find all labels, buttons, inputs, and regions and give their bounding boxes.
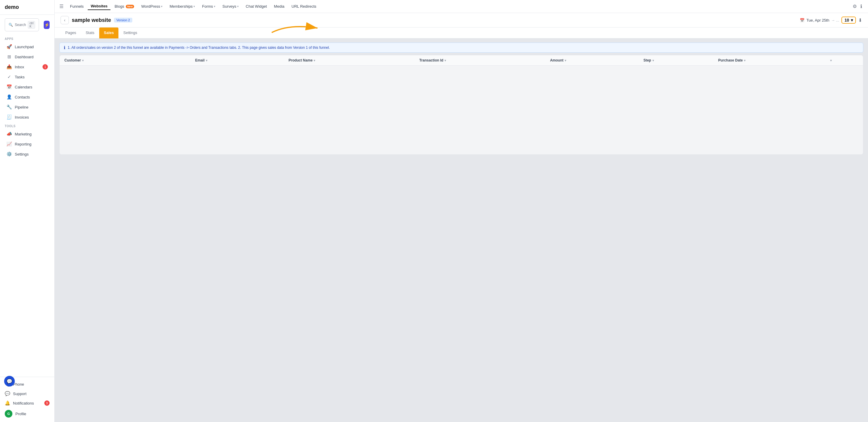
th-amount-label: Amount — [550, 58, 563, 62]
th-step-label: Step — [644, 58, 651, 62]
version-badge: Version 2 — [114, 18, 132, 23]
sidebar-item-label: Calendars — [15, 85, 32, 89]
marketing-icon: 📣 — [6, 131, 12, 137]
nav-item-funnels[interactable]: Funnels — [67, 3, 87, 10]
tab-pages[interactable]: Pages — [61, 28, 81, 38]
sidebar-item-label: Marketing — [15, 132, 32, 136]
nav-item-media[interactable]: Media — [271, 3, 287, 10]
download-button[interactable]: ⬇ — [858, 18, 862, 23]
page-content: ‹ sample website Version 2 📅 Tue, Apr 25… — [55, 13, 868, 422]
reporting-icon: 📈 — [6, 141, 12, 147]
date-display: 📅 Tue, Apr 25th → ... — [800, 18, 839, 23]
th-customer[interactable]: Customer ▾ — [64, 58, 195, 62]
main-content: ☰ Funnels Websites Blogs New WordPress ▾… — [55, 0, 868, 422]
th-email[interactable]: Email ▾ — [195, 58, 288, 62]
lightning-button[interactable]: ⚡ — [44, 21, 50, 29]
pipeline-icon: 🔧 — [6, 104, 12, 110]
website-header: ‹ sample website Version 2 📅 Tue, Apr 25… — [55, 13, 868, 28]
sidebar-item-label: Phone — [13, 382, 24, 387]
th-purchase-date-sort-icon: ▾ — [744, 59, 745, 62]
sidebar-item-settings[interactable]: ⚙️ Settings — [2, 149, 53, 159]
th-customer-sort-icon: ▾ — [82, 59, 84, 62]
nav-item-forms[interactable]: Forms ▾ — [199, 3, 218, 10]
sidebar-item-label: Settings — [15, 152, 29, 157]
nav-item-websites[interactable]: Websites — [88, 3, 111, 10]
th-amount[interactable]: Amount ▾ — [550, 58, 643, 62]
info-circle-icon: ℹ — [64, 45, 65, 50]
hamburger-button[interactable]: ☰ — [59, 4, 63, 9]
info-icon[interactable]: ℹ — [859, 2, 863, 10]
top-navigation: ☰ Funnels Websites Blogs New WordPress ▾… — [55, 0, 868, 13]
sidebar-item-notifications[interactable]: 🔔 Notifications 9 — [0, 398, 54, 408]
th-transaction-sort-icon: ▾ — [444, 59, 446, 62]
th-transaction-id[interactable]: Transaction Id ▾ — [420, 58, 550, 62]
app-logo: demo — [0, 0, 54, 15]
search-input[interactable]: 🔍 Search ctrl K — [5, 18, 39, 31]
th-customer-label: Customer — [64, 58, 81, 62]
sidebar-item-label: Dashboard — [15, 55, 34, 59]
th-purchase-date[interactable]: Purchase Date ▾ — [718, 58, 830, 62]
back-arrow-icon: ‹ — [64, 18, 66, 23]
forms-arrow-icon: ▾ — [214, 5, 215, 8]
tab-stats[interactable]: Stats — [81, 28, 99, 38]
th-product-name[interactable]: Product Name ▾ — [288, 58, 420, 62]
sidebar-item-reporting[interactable]: 📈 Reporting — [2, 139, 53, 149]
table-header: Customer ▾ Email ▾ Product Name ▾ Transa… — [60, 55, 863, 66]
th-extra: ▾ — [830, 58, 858, 62]
sidebar-item-label: Support — [13, 392, 27, 396]
sidebar-item-tasks[interactable]: ✓ Tasks — [2, 72, 53, 82]
notifications-icon: 🔔 — [5, 400, 10, 406]
sidebar-item-invoices[interactable]: 🧾 Invoices — [2, 112, 53, 122]
sidebar-item-marketing[interactable]: 📣 Marketing — [2, 129, 53, 139]
th-email-sort-icon: ▾ — [206, 59, 207, 62]
sidebar-item-label: Reporting — [15, 142, 31, 146]
surveys-arrow-icon: ▾ — [237, 5, 239, 8]
nav-item-wordpress[interactable]: WordPress ▾ — [138, 3, 165, 10]
per-page-select[interactable]: 10 ▾ — [841, 17, 856, 24]
tab-settings[interactable]: Settings — [118, 28, 142, 38]
tab-sales[interactable]: Sales — [99, 28, 119, 38]
chat-bubble-icon: 💬 — [6, 378, 12, 384]
nav-item-blogs[interactable]: Blogs New — [112, 3, 137, 10]
sidebar-item-contacts[interactable]: 👤 Contacts — [2, 92, 53, 102]
dashboard-icon: ⊞ — [6, 54, 12, 59]
tabs-bar: Pages Stats Sales Settings — [55, 28, 868, 38]
table-body — [60, 66, 863, 154]
launchpad-icon: 🚀 — [6, 44, 12, 49]
nav-item-surveys[interactable]: Surveys ▾ — [219, 3, 242, 10]
per-page-chevron-icon: ▾ — [851, 18, 853, 23]
sales-table: Customer ▾ Email ▾ Product Name ▾ Transa… — [59, 55, 863, 154]
info-banner-text: 1. All orders/sales on version 2 of the … — [68, 46, 330, 50]
sidebar-item-calendars[interactable]: 📅 Calendars — [2, 82, 53, 92]
settings-gear-icon[interactable]: ⚙ — [851, 2, 858, 10]
sidebar-item-support[interactable]: 💬 Support — [0, 389, 54, 398]
sidebar-item-launchpad[interactable]: 🚀 Launchpad — [2, 42, 53, 52]
tasks-icon: ✓ — [6, 74, 12, 80]
sidebar-item-label: Notifications — [13, 401, 34, 405]
th-transaction-id-label: Transaction Id — [420, 58, 443, 62]
header-right-controls: 📅 Tue, Apr 25th → ... 10 ▾ ⬇ — [800, 17, 862, 24]
info-banner: ℹ 1. All orders/sales on version 2 of th… — [59, 43, 863, 53]
search-icon: 🔍 — [8, 23, 13, 27]
chat-bubble-button[interactable]: 💬 — [4, 376, 15, 387]
sidebar-item-label: Invoices — [15, 115, 29, 119]
sidebar-item-label: Profile — [16, 412, 26, 416]
back-button[interactable]: ‹ — [61, 16, 69, 24]
search-shortcut: ctrl K — [28, 21, 35, 29]
nav-item-chat-widget[interactable]: Chat Widget — [243, 3, 270, 10]
wordpress-arrow-icon: ▾ — [161, 5, 162, 8]
sidebar-item-dashboard[interactable]: ⊞ Dashboard — [2, 52, 53, 61]
th-step[interactable]: Step ▾ — [644, 58, 718, 62]
settings-icon: ⚙️ — [6, 151, 12, 157]
sidebar-item-profile[interactable]: G Profile — [0, 408, 54, 420]
sidebar-item-pipeline[interactable]: 🔧 Pipeline — [2, 102, 53, 112]
nav-item-url-redirects[interactable]: URL Redirects — [288, 3, 319, 10]
sidebar-item-label: Pipeline — [15, 105, 28, 109]
invoices-icon: 🧾 — [6, 114, 12, 120]
support-icon: 💬 — [5, 391, 10, 396]
th-amount-sort-icon: ▾ — [565, 59, 566, 62]
nav-item-memberships[interactable]: Memberships ▾ — [166, 3, 198, 10]
sidebar-item-inbox[interactable]: 📥 Inbox 1 — [2, 62, 53, 72]
date-text: Tue, Apr 25th — [806, 18, 829, 23]
profile-avatar: G — [5, 410, 12, 418]
